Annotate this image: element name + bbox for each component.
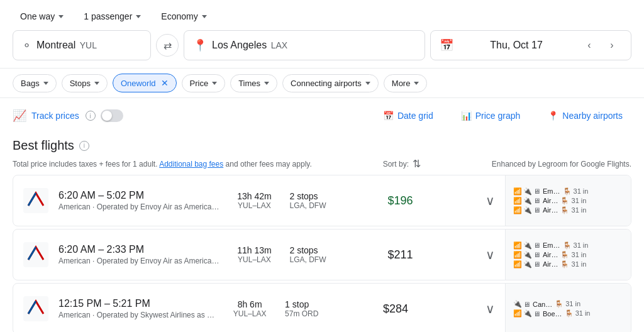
origin-code: YUL [80,40,97,50]
flight-time-range-2: 12:15 PM – 5:21 PM [58,298,214,309]
detail-label-2-0: Can… [533,301,552,308]
track-prices-section: 📈 Track prices i [13,109,123,123]
toggle-knob [102,111,112,121]
cabin-class-dropdown[interactable]: Economy [153,8,214,25]
detail-label-1-1: Air… [543,251,558,258]
table-row: 12:15 PM – 5:21 PM American · Operated b… [13,283,631,332]
filter-bar: Bags Stops Oneworld ✕ Price Times Connec… [0,68,644,98]
swap-airports-button[interactable]: ⇄ [156,34,179,57]
power-icon: 🔌 [523,206,532,214]
price-1: $211 [362,248,413,262]
detail-seat-2-0: 🪑 31 in [555,300,580,308]
filter-oneworld-remove-icon[interactable]: ✕ [161,78,169,88]
flight-duration-1: 11h 13m YUL–LAX [229,245,279,264]
date-field[interactable]: 📅 Thu, Oct 17 ‹ › [430,30,631,60]
duration-text-1: 11h 13m [229,245,279,255]
passengers-dropdown[interactable]: 1 passenger [76,8,148,25]
detail-row-0-2: 📶 🔌 🖥 Air… 🪑 31 in [513,206,623,214]
trip-type-dropdown[interactable]: One way [13,8,71,25]
wifi-icon: 📶 [513,206,522,214]
flight-duration-0: 13h 42m YUL–LAX [229,191,279,210]
best-flights-info-icon: i [79,141,89,151]
detail-label-0-0: Em… [543,187,560,195]
filter-more[interactable]: More [384,74,428,92]
filter-connecting-chevron-icon [365,82,370,85]
route-0: YUL–LAX [229,201,279,210]
filter-connecting-airports[interactable]: Connecting airports [282,74,379,92]
power-icon: 🔌 [513,300,522,308]
trending-up-icon: 📈 [13,109,26,123]
flight-price-1: $211 [362,248,413,262]
detail-icons-0-0: 📶 🔌 🖥 [513,187,540,196]
stops-text-2: 1 stop [285,299,348,309]
filter-times-label: Times [238,79,260,88]
filter-times[interactable]: Times [230,74,277,92]
destination-code: LAX [271,40,287,50]
table-row: 6:20 AM – 2:33 PM American · Operated by… [13,229,631,280]
detail-label-1-2: Air… [543,260,558,268]
bag-fee-link[interactable]: Additional bag fees [159,160,223,169]
detail-row-0-0: 📶 🔌 🖥 Em… 🪑 31 in [513,187,623,196]
flight-stops-1: 2 stops LGA, DFW [289,245,352,264]
filter-connecting-label: Connecting airports [291,79,362,88]
detail-seat-1-1: 🪑 31 in [560,251,586,259]
destination-text: Los Angeles LAX [212,40,287,51]
expand-flight-0-button[interactable]: ∨ [475,183,505,218]
date-text: Thu, Oct 17 [490,40,543,51]
detail-row-2-0: 🔌 🖥 Can… 🪑 31 in [513,300,623,308]
section-title: Best flights i [13,138,631,153]
sort-button[interactable]: ⇅ [413,158,421,170]
screen-icon: 🖥 [533,206,540,214]
next-date-button[interactable]: › [602,35,622,55]
best-flights-title: Best flights [13,138,74,153]
filter-stops-chevron-icon [94,82,99,85]
power-icon: 🔌 [523,309,532,318]
prev-date-button[interactable]: ‹ [579,35,599,55]
filter-stops[interactable]: Stops [62,74,108,92]
passengers-chevron-icon [136,15,141,18]
origin-text: Montreal YUL [36,40,97,51]
screen-icon: 🖥 [533,241,540,249]
passengers-label: 1 passenger [84,11,132,21]
nearby-airports-label: Nearby airports [562,111,623,121]
filter-price[interactable]: Price [182,74,226,92]
power-icon: 🔌 [523,241,532,250]
flight-times-2: 12:15 PM – 5:21 PM American · Operated b… [58,298,214,319]
date-grid-button[interactable]: 📅 Date grid [374,106,442,126]
stops-detail-2: 57m ORD [285,309,348,318]
flights-list: 6:20 AM – 5:02 PM American · Operated by… [13,175,631,332]
stops-detail-0: LGA, DFW [289,201,352,210]
price-graph-button[interactable]: 📊 Price graph [452,106,530,126]
detail-row-0-1: 📶 🔌 🖥 Air… 🪑 31 in [513,197,623,205]
detail-row-2-1: 📶 🔌 🖥 Boe… 🪑 31 in [513,309,623,318]
detail-label-2-1: Boe… [543,310,562,318]
flight-details-1: 📶 🔌 🖥 Em… 🪑 31 in 📶 🔌 🖥 Air… 🪑 31 in [505,230,631,280]
other-fees-text: and other fees may apply. [226,160,312,169]
flight-duration-2: 8h 6m YUL–LAX [225,299,275,318]
filter-oneworld[interactable]: Oneworld ✕ [113,74,177,92]
filter-price-chevron-icon [212,82,217,85]
screen-icon: 🖥 [533,260,540,268]
nearby-airports-button[interactable]: 📍 Nearby airports [539,106,631,126]
date-nav-arrows: ‹ › [579,35,622,55]
track-prices-toggle[interactable] [101,109,123,122]
expand-flight-2-button[interactable]: ∨ [475,291,505,326]
filter-price-label: Price [190,79,209,88]
wifi-icon: 📶 [513,197,522,205]
airline-logo-0 [23,188,48,213]
detail-seat-1-0: 🪑 31 in [563,241,589,250]
price-graph-label: Price graph [475,111,521,121]
expand-chevron-1-icon: ∨ [486,247,495,262]
wifi-icon: 📶 [513,260,522,268]
screen-icon: 🖥 [533,197,540,204]
airline-logo-1 [23,242,48,267]
flight-price-0: $196 [362,194,413,208]
search-bar: ⚬ Montreal YUL ⇄ 📍 Los Angeles LAX 📅 Thu… [0,30,644,68]
filter-bags[interactable]: Bags [13,74,57,92]
detail-label-0-2: Air… [543,206,558,214]
track-prices-label: Track prices [31,111,79,121]
flight-main-2: 12:15 PM – 5:21 PM American · Operated b… [13,286,475,331]
origin-field[interactable]: ⚬ Montreal YUL [13,30,151,60]
destination-field[interactable]: 📍 Los Angeles LAX [184,30,425,60]
expand-flight-1-button[interactable]: ∨ [475,237,505,272]
